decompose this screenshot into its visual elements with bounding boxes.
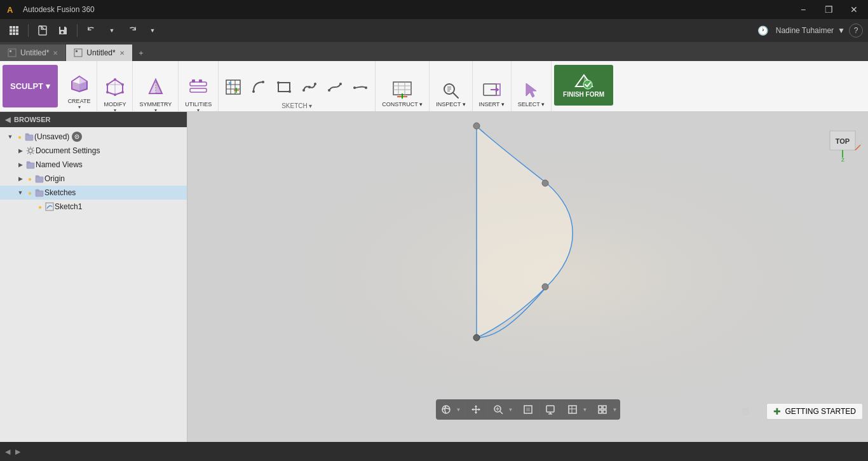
ribbon-group-select: SELECT ▾ [512,61,552,111]
titlebar-left: A Autodesk Fusion 360 [5,3,95,16]
construct-button[interactable]: CONSTRUCT ▾ [378,77,426,111]
sketch-point-right[interactable] [542,284,548,290]
browser-item-sketch1[interactable]: ▶ ● Sketch1 [0,200,187,214]
browser-item-origin[interactable]: ▶ ● Origin [0,172,187,186]
viewport-pan-button[interactable] [468,401,484,418]
sketch-point-mid[interactable] [542,180,548,186]
viewport-zoom-dropdown[interactable]: ▼ [508,401,514,418]
doc-settings-expand-icon[interactable]: ▶ [15,146,25,156]
browser-toggle-icon[interactable]: ◀ [5,116,10,124]
svg-marker-92 [471,408,473,411]
svg-rect-78 [27,163,34,169]
tab-2-label: Untitled* [86,48,115,57]
settings-button[interactable]: ⚙ [737,403,754,420]
named-views-expand-icon[interactable]: ▶ [15,160,25,170]
sketches-eye-icon[interactable]: ● [25,188,34,197]
viewport-orbit-dropdown[interactable]: ▼ [456,401,462,418]
viewport-fit-button[interactable] [520,401,536,418]
status-nav-prev[interactable]: ◀ [5,448,10,456]
svg-rect-103 [569,406,576,413]
undo-dropdown[interactable]: ▼ [103,22,121,39]
getting-started-button[interactable]: ✚ GETTING STARTED [766,403,863,420]
create-dropdown: ▾ [78,104,81,110]
sketch-point-bottom[interactable] [473,334,480,341]
svg-point-24 [121,83,124,86]
sketch-rect-button[interactable] [272,74,296,100]
restore-button[interactable]: ❒ [820,1,837,18]
tab-untitled-1[interactable]: Untitled* ✕ [0,45,66,61]
sketch-point-top[interactable] [473,123,480,129]
redo-dropdown[interactable]: ▼ [144,22,161,39]
sculpt-mode-button[interactable]: SCULPT ▾ [3,65,58,107]
svg-rect-10 [16,32,18,35]
sketch-spline3-button[interactable] [348,74,372,100]
minimize-button[interactable]: − [794,1,812,18]
browser-item-doc-settings[interactable]: ▶ Document Settings [0,144,187,158]
svg-rect-42 [229,82,231,85]
sketch-spline1-button[interactable] [297,74,322,100]
tab-2-close[interactable]: ✕ [119,50,125,57]
svg-rect-99 [526,408,530,411]
browser-item-root[interactable]: ▼ ● (Unsaved) [0,130,187,144]
help-button[interactable]: ? [849,24,863,38]
select-label: SELECT ▾ [518,101,545,107]
svg-line-95 [500,411,503,414]
redo-button[interactable] [123,22,141,39]
viewport-orbit-button[interactable] [438,401,454,418]
browser-item-named-views[interactable]: ▶ Named Views [0,158,187,172]
history-button[interactable]: 🕐 [754,22,772,39]
tab-untitled-2[interactable]: Untitled* ✕ [66,45,132,61]
status-nav-next[interactable]: ▶ [15,448,20,456]
sketch-grid-button[interactable] [221,74,245,100]
viewport[interactable]: TOP X Z ▼ [187,112,868,442]
sketch1-eye-icon[interactable]: ● [36,202,44,211]
undo-button[interactable] [83,22,100,39]
root-eye-icon[interactable]: ● [15,132,24,141]
main-area: ◀ BROWSER ▼ ● (Unsaved) [0,112,868,442]
sketch-arc-button[interactable] [247,74,271,100]
svg-line-85 [855,145,860,150]
svg-point-45 [252,90,255,93]
viewport-grid-button[interactable] [564,401,581,418]
browser-item-sketches[interactable]: ▼ ● Sketches [0,186,187,200]
origin-eye-icon[interactable]: ● [25,174,34,183]
utilities-button[interactable]: UTILITIES ▾ [181,78,215,111]
view-cube[interactable]: TOP X Z [824,118,862,163]
viewport-display-button[interactable] [542,401,559,418]
utilities-dropdown: ▾ [197,107,200,113]
new-file-button[interactable] [34,22,51,39]
modify-label: MODIFY [104,101,126,107]
sketches-expand-icon[interactable]: ▼ [15,188,25,198]
svg-point-56 [365,86,367,89]
tab-1-close[interactable]: ✕ [53,50,58,57]
viewport-more-dropdown[interactable]: ▼ [612,401,618,418]
doc-settings-gear-icon [25,146,36,156]
ribbon-group-create: CREATE ▾ [62,61,98,111]
root-label: (Unsaved) [34,132,69,141]
new-tab-button[interactable]: ＋ [133,45,149,61]
sketch-canvas [187,112,868,442]
close-button[interactable]: ✕ [845,1,863,18]
inspect-button[interactable]: INSPECT ▾ [432,77,469,111]
viewport-zoom-button[interactable] [490,401,506,418]
root-settings-icon[interactable] [72,132,82,142]
browser-header: ◀ BROWSER [0,112,187,127]
user-dropdown[interactable]: ▼ [837,26,845,35]
waffle-menu-button[interactable] [5,22,23,39]
svg-point-89 [442,406,450,413]
viewport-more-button[interactable] [594,401,611,418]
finish-form-button[interactable]: FINISH FORM [554,65,613,106]
root-expand-icon[interactable]: ▼ [5,132,15,142]
select-button[interactable]: SELECT ▾ [514,77,548,111]
svg-marker-93 [478,408,480,411]
svg-rect-79 [36,177,43,182]
symmetry-button[interactable]: SYMMETRY ▾ [135,78,175,111]
create-button[interactable]: CREATE ▾ [64,75,95,108]
origin-expand-icon[interactable]: ▶ [15,174,25,184]
viewport-grid-dropdown[interactable]: ▼ [582,401,588,418]
sketch-spline2-button[interactable] [323,74,347,100]
save-button[interactable] [54,22,72,39]
modify-button[interactable]: MODIFY ▾ [100,78,130,111]
insert-button[interactable]: INSERT ▾ [475,77,508,111]
canvas-area: TOP X Z ▼ [187,112,868,442]
